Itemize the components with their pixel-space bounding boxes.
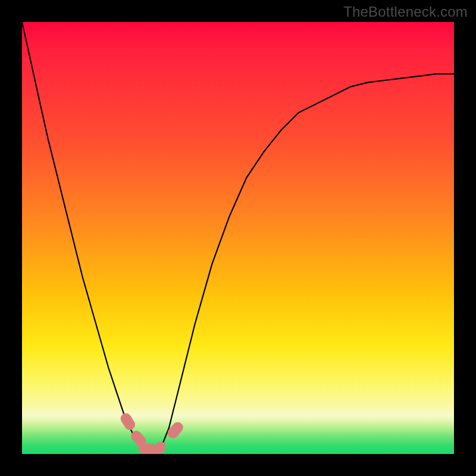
curve-layer	[22, 22, 454, 454]
curve-marker	[144, 449, 151, 449]
bottleneck-curve	[22, 22, 454, 454]
curve-marker	[126, 419, 130, 425]
chart-stage: TheBottleneck.com	[0, 0, 476, 476]
watermark-label: TheBottleneck.com	[343, 4, 468, 20]
curve-marker	[156, 447, 161, 452]
curve-marker	[173, 428, 178, 433]
plot-area	[22, 22, 454, 454]
curve-marker	[136, 436, 141, 441]
